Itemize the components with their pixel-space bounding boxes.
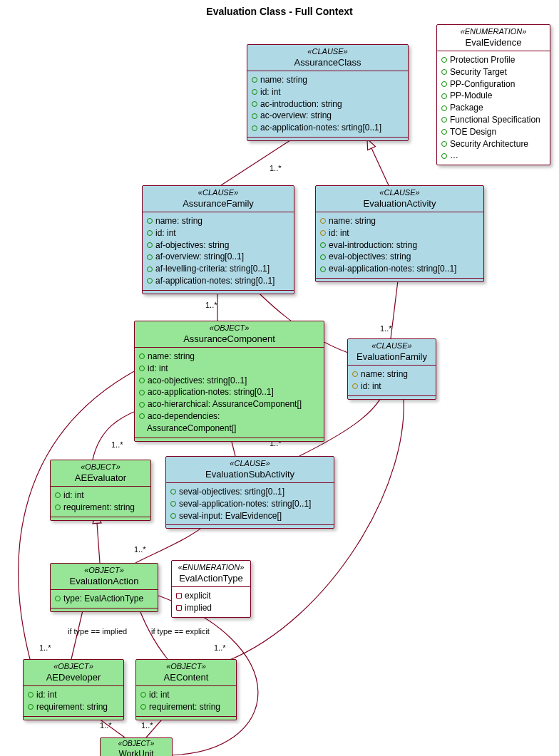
attr-row: id: int xyxy=(28,689,119,701)
stereotype-label: «OBJECT» xyxy=(55,566,153,576)
attr-row: name: string xyxy=(352,368,431,380)
attr-row: aco-application-notes: string[0..1] xyxy=(139,386,319,398)
attr-row: … xyxy=(441,150,545,162)
attr-row: type: EvalActionType xyxy=(55,593,153,605)
attr-row: Security Architecture xyxy=(441,138,545,150)
class-name: EvalActionType xyxy=(176,573,246,584)
attr-row: Protection Profile xyxy=(441,54,545,66)
class-name: AssuranceClass xyxy=(252,57,404,68)
attr-row: af-levelling-criteria: string[0..1] xyxy=(147,263,289,275)
stereotype-label: «ENUMERATION» xyxy=(176,563,246,573)
attr-row: PP-Configuration xyxy=(441,78,545,90)
attr-row: seval-objectives: srting[0..1] xyxy=(170,486,329,498)
attr-row: Package xyxy=(441,102,545,114)
attr-row: name: string xyxy=(320,215,479,227)
class-name: AssuranceComponent xyxy=(139,333,319,345)
diagram-title: Evaluation Class - Full Context xyxy=(0,6,559,17)
attr-row: id: int xyxy=(252,86,404,98)
attr-row: id: int xyxy=(320,227,479,239)
mult-label: 1..* xyxy=(111,440,123,449)
class-name: EvalEvidence xyxy=(441,37,545,48)
stereotype-label: «ENUMERATION» xyxy=(441,27,545,37)
class-name: AEContent xyxy=(140,672,232,683)
attr-row: seval-application-notes: string[0..1] xyxy=(170,498,329,510)
attr-row: explicit xyxy=(176,590,246,602)
cond-implied-label: if type == implied xyxy=(68,627,127,636)
attr-row: requirement: string xyxy=(140,701,232,713)
attr-row: aco-objectives: string[0..1] xyxy=(139,375,319,387)
class-assurance-component: «OBJECT» AssuranceComponent name: string… xyxy=(134,321,324,442)
class-assurance-class: «CLAUSE» AssuranceClass name: string id:… xyxy=(247,44,409,141)
attr-row: Security Target xyxy=(441,66,545,78)
mult-label: 1..* xyxy=(270,164,282,172)
class-evaluation-action: «OBJECT» EvaluationAction type: EvalActi… xyxy=(50,563,158,612)
mult-label: 1..* xyxy=(39,643,51,652)
class-name: EvaluationFamily xyxy=(352,351,431,363)
mult-label: 1..* xyxy=(205,301,217,309)
attr-row: ac-introduction: string xyxy=(252,98,404,110)
class-name: WorkUnit xyxy=(103,749,169,757)
stereotype-label: «OBJECT» xyxy=(140,662,232,672)
mult-label: 1..* xyxy=(141,721,153,730)
stereotype-label: «OBJECT» xyxy=(103,740,169,749)
diagram-canvas: Evaluation Class - Full Context xyxy=(0,0,559,756)
mult-label: 1..* xyxy=(214,643,226,652)
attr-row: name: string xyxy=(147,215,289,227)
cond-explicit-label: if type == explicit xyxy=(151,627,210,636)
attr-row: aco-hierarchical: AssuranceComponent[] xyxy=(139,398,319,410)
class-ae-content: «OBJECT» AEContent id: int requirement: … xyxy=(135,659,237,720)
stereotype-label: «OBJECT» xyxy=(139,323,319,333)
attr-row: requirement: string xyxy=(55,502,146,514)
class-work-unit: «OBJECT» WorkUnit id: int task: string xyxy=(100,737,173,756)
stereotype-label: «CLAUSE» xyxy=(352,341,431,351)
class-ae-evaluator: «OBJECT» AEEvaluator id: int requirement… xyxy=(50,460,151,521)
attr-row: PP-Module xyxy=(441,90,545,102)
stereotype-label: «OBJECT» xyxy=(55,462,146,472)
class-assurance-family: «CLAUSE» AssuranceFamily name: string id… xyxy=(142,185,294,294)
enum-eval-action-type: «ENUMERATION» EvalActionType explicit im… xyxy=(171,560,251,618)
attr-row: implied xyxy=(176,602,246,614)
attr-row: name: string xyxy=(252,74,404,86)
attr-row: id: int xyxy=(140,689,232,701)
attr-row: id: int xyxy=(139,363,319,375)
stereotype-label: «CLAUSE» xyxy=(170,459,329,469)
attr-row: eval-introduction: string xyxy=(320,239,479,252)
class-name: EvaluationSubActivity xyxy=(170,469,329,480)
class-name: EvaluationActivity xyxy=(320,198,479,209)
attr-row: Functional Specification xyxy=(441,114,545,126)
mult-label: 1..* xyxy=(380,324,392,333)
attr-row: ac-application-notes: srting[0..1] xyxy=(252,122,404,134)
class-ae-developer: «OBJECT» AEDeveloper id: int requirement… xyxy=(23,659,124,720)
attr-row: ac-overview: string xyxy=(252,110,404,122)
attr-row: name: string xyxy=(139,351,319,363)
attr-row: id: int xyxy=(352,380,431,393)
attr-row: TOE Design xyxy=(441,126,545,138)
stereotype-label: «CLAUSE» xyxy=(252,47,404,57)
attr-row: id: int xyxy=(147,227,289,239)
attr-row: af-application-notes: string[0..1] xyxy=(147,275,289,287)
class-evaluation-activity: «CLAUSE» EvaluationActivity name: string… xyxy=(315,185,484,282)
attr-row: af-objectives: string xyxy=(147,239,289,252)
stereotype-label: «CLAUSE» xyxy=(147,188,289,198)
class-name: AEDeveloper xyxy=(28,672,119,683)
enum-eval-evidence: «ENUMERATION» EvalEvidence Protection Pr… xyxy=(436,24,550,165)
attr-row: eval-application-notes: string[0..1] xyxy=(320,263,479,275)
class-name: AssuranceFamily xyxy=(147,198,289,209)
mult-label: 1..* xyxy=(100,721,112,730)
class-evaluation-family: «CLAUSE» EvaluationFamily name: string i… xyxy=(347,338,436,400)
class-evaluation-sub-activity: «CLAUSE» EvaluationSubActivity seval-obj… xyxy=(165,456,334,529)
class-name: EvaluationAction xyxy=(55,576,153,587)
attr-row: eval-objectives: string xyxy=(320,251,479,263)
attr-row: aco-dependencies: xyxy=(139,410,319,423)
mult-label: 1..* xyxy=(134,545,146,554)
stereotype-label: «CLAUSE» xyxy=(320,188,479,198)
attr-row: requirement: string xyxy=(28,701,119,713)
stereotype-label: «OBJECT» xyxy=(28,662,119,672)
attr-row: AssuranceComponent[] xyxy=(139,423,319,435)
attr-row: seval-input: EvalEvidence[] xyxy=(170,510,329,522)
attr-row: af-overview: string[0..1] xyxy=(147,251,289,263)
attr-row: id: int xyxy=(55,490,146,502)
class-name: AEEvaluator xyxy=(55,472,146,484)
